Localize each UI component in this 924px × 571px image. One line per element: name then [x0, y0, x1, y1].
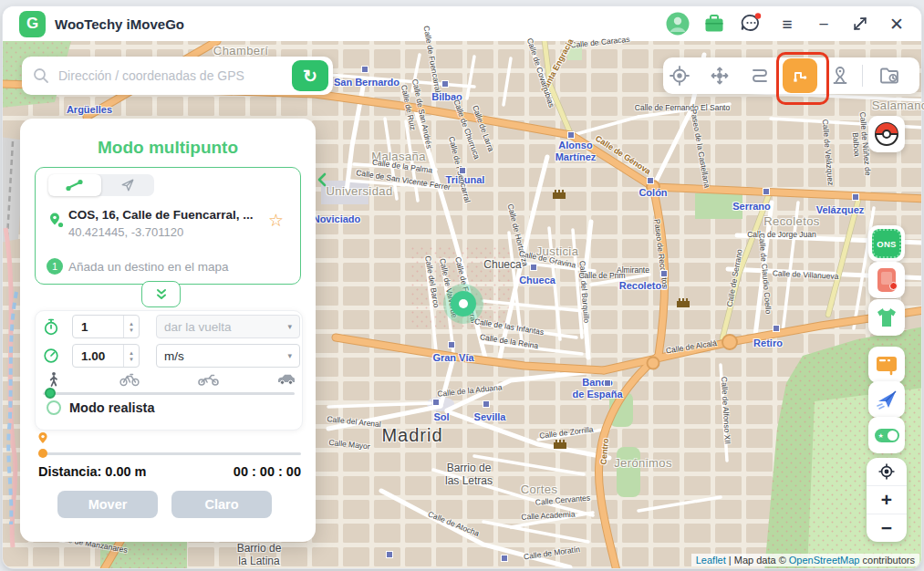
map-zoom-controls: + −: [867, 458, 907, 542]
chevron-down-icon: ▾: [287, 322, 292, 331]
locate-icon: [877, 462, 896, 481]
joystick-mode-icon[interactable]: [709, 65, 731, 87]
stats-row: Distancia: 0.00 m 00 : 00 : 00: [38, 464, 301, 479]
menu-icon[interactable]: ≡: [775, 12, 799, 36]
paper-plane-blue-icon: [875, 389, 898, 410]
fullscreen-button[interactable]: [848, 12, 872, 36]
move-button[interactable]: Mover: [57, 491, 158, 518]
cooldown-button[interactable]: [868, 381, 905, 418]
tshirt-icon: [875, 306, 898, 328]
selected-address: COS, 16, Calle de Fuencarral, ... 40.421…: [68, 208, 269, 239]
progress-slider-track[interactable]: [38, 452, 301, 455]
transport-row: [36, 371, 302, 389]
bicycle-icon[interactable]: [119, 371, 140, 387]
app-title: WooTechy iMoveGo: [55, 16, 184, 32]
map-attribution: Leaflet | Map data © OpenStreetMap contr…: [691, 554, 919, 566]
toggle-on-icon: ★: [875, 429, 899, 442]
speed-slider-knob[interactable]: [45, 388, 56, 399]
refresh-arrow-icon: ↻: [303, 66, 317, 87]
address-name: COS, 16, Calle de Fuencarral, ...: [68, 208, 269, 222]
realistic-mode-radio[interactable]: [47, 400, 61, 415]
route-type-toggle: [48, 174, 154, 196]
clear-button[interactable]: Claro: [171, 491, 272, 518]
attribution-text: | Map data ©: [726, 555, 789, 566]
favorite-star-icon[interactable]: ☆: [268, 212, 284, 229]
walk-icon[interactable]: [47, 371, 61, 388]
realistic-mode-row: Modo realista: [47, 400, 154, 415]
stepper-up-icon[interactable]: ▴: [130, 320, 133, 327]
destination-hint-text: Añada un destino en el mapa: [68, 260, 229, 274]
chevron-down-icon: ▾: [287, 351, 292, 360]
panel-title: Modo multipunto: [20, 138, 316, 158]
speed-unit-select[interactable]: m/s ▾: [156, 344, 300, 368]
locate-button[interactable]: [867, 458, 907, 485]
search-go-button[interactable]: ↻: [292, 60, 328, 91]
current-location-marker-core: [459, 299, 468, 308]
account-avatar[interactable]: [666, 12, 690, 36]
mode-toolbar: [663, 57, 919, 94]
minimize-button[interactable]: −: [812, 12, 836, 36]
route-icon: [65, 179, 85, 192]
teleport-mode-icon[interactable]: [669, 65, 690, 87]
realistic-mode-label: Modo realista: [69, 400, 154, 415]
straight-mode-segment[interactable]: [101, 174, 154, 196]
progress-slider-knob[interactable]: [38, 449, 47, 458]
loop-mode-select[interactable]: dar la vuelta ▾: [156, 315, 300, 338]
speed-stepper[interactable]: ▴▾: [123, 345, 139, 367]
search-bar: ↻: [22, 57, 333, 95]
history-icon[interactable]: [878, 65, 900, 87]
destination-index-badge: 1: [47, 258, 63, 275]
two-spot-mode-icon[interactable]: [749, 65, 771, 87]
search-input[interactable]: [57, 67, 292, 84]
osm-link[interactable]: OpenStreetMap: [789, 555, 860, 566]
timer-value: 00 : 00 : 00: [234, 464, 301, 479]
loop-count-stepper[interactable]: ▴▾: [123, 316, 139, 337]
zoom-in-button[interactable]: +: [867, 485, 907, 514]
speed-icon: [43, 348, 59, 368]
titlebar: G WooTechy iMoveGo ≡ − ✕: [3, 6, 921, 41]
distance-value: Distancia: 0.00 m: [38, 464, 146, 479]
pokeball-icon: [874, 121, 899, 147]
route-mode-segment[interactable]: [48, 174, 101, 196]
motorcycle-icon[interactable]: [198, 371, 219, 386]
skin-store-button[interactable]: [868, 299, 905, 336]
speed-field: ▴▾: [72, 344, 140, 368]
zoom-out-button[interactable]: −: [867, 514, 907, 542]
stepper-down-icon[interactable]: ▾: [130, 327, 133, 333]
stepper-down-icon[interactable]: ▾: [130, 356, 133, 362]
search-icon: [33, 67, 49, 84]
leaflet-link[interactable]: Leaflet: [696, 555, 726, 566]
movement-settings-card: ▴▾ dar la vuelta ▾ ▴▾ m/s ▾ Mod: [35, 310, 303, 431]
stepper-up-icon[interactable]: ▴: [130, 349, 133, 356]
speed-unit-value: m/s: [164, 349, 184, 363]
speed-slider-track[interactable]: [43, 392, 295, 395]
browser-upload-icon: [875, 354, 898, 376]
toolbox-icon[interactable]: [702, 12, 726, 36]
close-button[interactable]: ✕: [885, 12, 908, 36]
multi-spot-mode-button[interactable]: [783, 58, 817, 93]
loop-mode-value: dar la vuelta: [164, 320, 232, 334]
device-button[interactable]: [868, 262, 905, 298]
double-chevron-down-icon: [154, 288, 169, 301]
multipoint-panel: Modo multipunto COS, 16, Calle de Fuenca…: [20, 119, 316, 542]
speed-input[interactable]: [73, 348, 123, 364]
support-chat-icon[interactable]: [739, 12, 763, 36]
address-coordinates: 40.421445, -3.701120: [68, 225, 269, 239]
expand-destinations-button[interactable]: [141, 281, 181, 307]
pokeball-feature-button[interactable]: [868, 116, 905, 152]
destination-box: COS, 16, Calle de Fuencarral, ... 40.421…: [35, 167, 301, 285]
app-logo-icon: G: [19, 11, 46, 37]
car-icon[interactable]: [276, 371, 296, 386]
loop-count-icon: [43, 318, 59, 339]
feature-toggle-button[interactable]: ★: [868, 417, 905, 453]
loop-count-input[interactable]: [73, 319, 123, 335]
speed-slider: [43, 391, 295, 395]
loop-count-field: ▴▾: [72, 315, 140, 338]
multi-spot-icon: [789, 65, 811, 87]
notification-dot: [889, 282, 898, 290]
chevron-left-icon: [317, 172, 327, 187]
panel-collapse-arrow[interactable]: [316, 171, 328, 188]
route-pin-icon[interactable]: [829, 65, 851, 87]
update-button[interactable]: [868, 347, 905, 383]
gps-ons-button[interactable]: ONS: [868, 225, 905, 262]
